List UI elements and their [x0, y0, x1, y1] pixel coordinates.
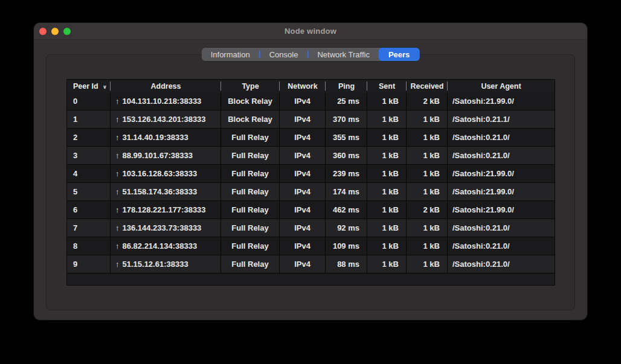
cell-received: 1 kB — [407, 237, 448, 255]
cell-address-text: 136.144.233.73:38333 — [123, 223, 202, 232]
cell-type: Full Relay — [221, 255, 280, 273]
node-window: Node window Information Console Network … — [34, 23, 587, 320]
cell-user-agent: /Satoshi:0.21.0/ — [448, 255, 555, 273]
cell-ping: 174 ms — [326, 183, 367, 200]
cell-address-text: 153.126.143.201:38333 — [123, 115, 206, 124]
outbound-arrow-icon: ↑ — [115, 97, 120, 106]
cell-network: IPv4 — [280, 183, 326, 200]
tab-information[interactable]: Information — [202, 48, 259, 61]
column-header-type[interactable]: Type — [221, 80, 280, 92]
tab-console[interactable]: Console — [260, 48, 307, 61]
peer-row[interactable]: 9 ↑51.15.12.61:38333 Full Relay IPv4 88 … — [67, 255, 555, 273]
window-title: Node window — [285, 27, 336, 36]
cell-peer-id: 0 — [67, 92, 111, 110]
cell-received: 1 kB — [407, 183, 448, 200]
column-header-network-label: Network — [288, 82, 317, 91]
outbound-arrow-icon: ↑ — [115, 223, 120, 232]
peer-row[interactable]: 1 ↑153.126.143.201:38333 Block Relay IPv… — [67, 110, 555, 129]
cell-peer-id: 4 — [67, 165, 111, 182]
column-header-sent[interactable]: Sent — [367, 80, 407, 92]
cell-address-text: 178.128.221.177:38333 — [123, 205, 206, 214]
cell-address: ↑51.15.12.61:38333 — [111, 255, 221, 273]
titlebar[interactable]: Node window — [34, 23, 587, 40]
tab-peers-label: Peers — [388, 50, 410, 59]
cell-sent: 1 kB — [367, 237, 407, 255]
cell-sent: 1 kB — [367, 129, 407, 146]
cell-user-agent: /Satoshi:0.21.0/ — [448, 129, 555, 146]
peers-table: Peer Id ∨ Address Type Network Ping Sent… — [67, 80, 555, 285]
outbound-arrow-icon: ↑ — [115, 241, 120, 251]
cell-network: IPv4 — [280, 201, 326, 219]
minimize-button[interactable] — [51, 28, 59, 35]
column-header-received-label: Received — [411, 82, 444, 91]
cell-ping: 360 ms — [326, 147, 367, 164]
peers-table-header: Peer Id ∨ Address Type Network Ping Sent… — [67, 80, 555, 92]
outbound-arrow-icon: ↑ — [115, 187, 120, 196]
column-header-user-agent-label: User Agent — [481, 82, 521, 91]
cell-sent: 1 kB — [367, 110, 407, 128]
zoom-button[interactable] — [63, 28, 71, 35]
cell-address: ↑88.99.101.67:38333 — [111, 147, 221, 164]
peer-row[interactable]: 3 ↑88.99.101.67:38333 Full Relay IPv4 36… — [67, 147, 555, 165]
column-header-user-agent[interactable]: User Agent — [448, 80, 555, 92]
cell-received: 1 kB — [407, 129, 448, 146]
cell-ping: 109 ms — [326, 237, 367, 255]
outbound-arrow-icon: ↑ — [115, 169, 120, 178]
peer-row[interactable]: 8 ↑86.82.214.134:38333 Full Relay IPv4 1… — [67, 237, 555, 255]
cell-ping: 25 ms — [326, 92, 367, 110]
tab-console-label: Console — [269, 50, 298, 59]
cell-received: 2 kB — [407, 201, 448, 219]
cell-type: Full Relay — [221, 165, 280, 182]
column-header-address[interactable]: Address — [111, 80, 221, 92]
cell-sent: 1 kB — [367, 92, 407, 110]
desktop-background: Node window Information Console Network … — [0, 0, 621, 364]
cell-ping: 355 ms — [326, 129, 367, 146]
cell-peer-id: 6 — [67, 201, 111, 219]
cell-user-agent: /Satoshi:0.21.0/ — [448, 219, 555, 237]
column-header-peer-id[interactable]: Peer Id ∨ — [67, 80, 111, 92]
column-header-sent-label: Sent — [379, 82, 395, 91]
peer-row[interactable]: 4 ↑103.16.128.63:38333 Full Relay IPv4 2… — [67, 165, 555, 183]
outbound-arrow-icon: ↑ — [115, 205, 120, 214]
close-button[interactable] — [39, 28, 47, 35]
cell-received: 1 kB — [407, 255, 448, 273]
cell-peer-id: 3 — [67, 147, 111, 164]
cell-user-agent: /Satoshi:0.21.0/ — [448, 147, 555, 164]
peers-panel: Peer Id ∨ Address Type Network Ping Sent… — [46, 54, 575, 310]
outbound-arrow-icon: ↑ — [115, 133, 120, 142]
tab-network-traffic[interactable]: Network Traffic — [308, 48, 378, 61]
cell-type: Full Relay — [221, 129, 280, 146]
cell-received: 1 kB — [407, 147, 448, 164]
column-header-address-label: Address — [150, 82, 181, 91]
cell-user-agent: /Satoshi:21.99.0/ — [448, 165, 555, 182]
peer-row[interactable]: 7 ↑136.144.233.73:38333 Full Relay IPv4 … — [67, 219, 555, 237]
column-header-ping-label: Ping — [338, 82, 355, 91]
cell-user-agent: /Satoshi:21.99.0/ — [448, 183, 555, 200]
column-header-received[interactable]: Received — [407, 80, 448, 92]
column-header-ping[interactable]: Ping — [326, 80, 367, 92]
cell-sent: 1 kB — [367, 219, 407, 237]
cell-network: IPv4 — [280, 219, 326, 237]
peer-row[interactable]: 6 ↑178.128.221.177:38333 Full Relay IPv4… — [67, 201, 555, 219]
cell-received: 1 kB — [407, 219, 448, 237]
column-header-network[interactable]: Network — [280, 80, 326, 92]
outbound-arrow-icon: ↑ — [115, 260, 120, 269]
cell-address-text: 88.99.101.67:38333 — [123, 151, 193, 160]
cell-ping: 370 ms — [326, 110, 367, 128]
cell-address-text: 51.158.174.36:38333 — [123, 187, 198, 196]
tab-peers[interactable]: Peers — [379, 48, 419, 61]
cell-user-agent: /Satoshi:21.99.0/ — [448, 92, 555, 110]
cell-peer-id: 1 — [67, 110, 111, 128]
peer-row[interactable]: 0 ↑104.131.10.218:38333 Block Relay IPv4… — [67, 92, 555, 110]
cell-sent: 1 kB — [367, 201, 407, 219]
cell-address-text: 104.131.10.218:38333 — [123, 97, 202, 106]
cell-peer-id: 2 — [67, 129, 111, 146]
tab-information-label: Information — [211, 50, 250, 59]
peer-row[interactable]: 2 ↑31.14.40.19:38333 Full Relay IPv4 355… — [67, 129, 555, 147]
cell-network: IPv4 — [280, 92, 326, 110]
cell-type: Full Relay — [221, 183, 280, 200]
cell-type: Block Relay — [221, 110, 280, 128]
cell-address: ↑104.131.10.218:38333 — [111, 92, 221, 110]
outbound-arrow-icon: ↑ — [115, 151, 120, 160]
peer-row[interactable]: 5 ↑51.158.174.36:38333 Full Relay IPv4 1… — [67, 183, 555, 201]
